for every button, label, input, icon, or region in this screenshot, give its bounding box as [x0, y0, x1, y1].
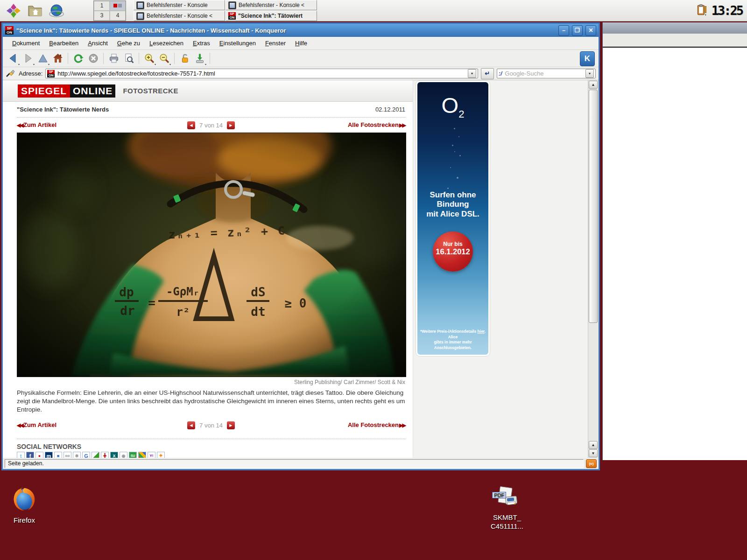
- back-button[interactable]: ▾: [6, 51, 20, 66]
- pager-desktop-2[interactable]: [110, 1, 126, 11]
- scroll-up-button-bottom[interactable]: ▲: [589, 441, 598, 449]
- spiegel-header: SPIEGEL ONLINE FOTOSTRECKE: [3, 80, 413, 102]
- zoom-out-button[interactable]: ▾: [157, 51, 171, 66]
- menu-einstellungen[interactable]: Einstellungen: [215, 38, 261, 49]
- panel-clock[interactable]: 13:25: [712, 3, 742, 18]
- web-shortcut-icon[interactable]: :/: [499, 70, 502, 77]
- search-field[interactable]: :/ ▼: [497, 69, 596, 78]
- menu-extras[interactable]: Extras: [188, 38, 215, 49]
- pager-desktop-4[interactable]: 4: [110, 11, 126, 21]
- menu-lesezeichen[interactable]: Lesezeichen: [145, 38, 188, 49]
- klipper-tray-icon[interactable]: [696, 3, 708, 18]
- close-button[interactable]: ✕: [585, 25, 596, 36]
- menu-bearbeiten[interactable]: Bearbeiten: [44, 38, 83, 49]
- window-spon-icon[interactable]: SPON: [5, 26, 14, 35]
- scrollbar-thumb[interactable]: [589, 90, 598, 323]
- desktop-icon-firefox[interactable]: Firefox: [2, 484, 47, 525]
- social-networks-heading: SOCIAL NETWORKS: [17, 443, 81, 450]
- spiegel-logo[interactable]: SPIEGEL: [18, 84, 70, 98]
- webnews-icon[interactable]: [35, 452, 43, 458]
- reload-button[interactable]: [71, 51, 85, 66]
- address-field[interactable]: SPON ▼: [45, 69, 478, 78]
- background-window[interactable]: [602, 22, 747, 460]
- ad-hier-link[interactable]: hier: [478, 329, 485, 334]
- window-titlebar[interactable]: SPON "Science Ink": Tätowierte Nerds - S…: [3, 24, 599, 37]
- prev-photo-button-bottom[interactable]: ◀: [187, 421, 195, 429]
- menu-dokument[interactable]: Dokument: [7, 38, 44, 49]
- yahoo-icon[interactable]: [148, 452, 155, 458]
- pager-window-icon: [118, 4, 122, 7]
- search-dropdown-button[interactable]: ▼: [585, 69, 594, 78]
- scroll-down-button[interactable]: ▼: [589, 449, 598, 457]
- desktop-icon-pdf[interactable]: PDF SKMBT_ C451111...: [485, 485, 529, 531]
- google-bookmarks-icon[interactable]: [82, 452, 90, 458]
- background-window-toolbar: [603, 34, 747, 48]
- twitter-icon[interactable]: [17, 452, 25, 458]
- zoom-in-button[interactable]: ▾: [142, 51, 156, 66]
- next-photo-button-bottom[interactable]: ▶: [227, 421, 235, 429]
- pager-desktop-3[interactable]: 3: [94, 11, 110, 21]
- pager-window-spon-icon: [113, 4, 117, 7]
- menu-ansicht[interactable]: Ansicht: [83, 38, 113, 49]
- maximize-button[interactable]: ❐: [572, 25, 583, 36]
- toolbar: ▾ ▾ ▾ ▾ ▾ ▾ K: [3, 50, 599, 67]
- location-bar: Adresse: SPON ▼ ↵ :/ ▼: [3, 67, 599, 80]
- background-window-titlebar: [603, 22, 747, 34]
- oneview-icon[interactable]: [120, 452, 127, 458]
- home-folder-button[interactable]: [26, 1, 44, 20]
- technorati-icon[interactable]: [73, 452, 81, 458]
- pager-desktop-1[interactable]: 1: [94, 1, 110, 11]
- feed-icon[interactable]: (o): [586, 459, 597, 468]
- task-konqueror-spiegel[interactable]: SPON "Science Ink": Tätowiert: [226, 11, 317, 21]
- menu-fenster[interactable]: Fenster: [261, 38, 290, 49]
- go-button[interactable]: ↵: [481, 68, 494, 79]
- minimize-button[interactable]: –: [558, 25, 569, 36]
- online-logo[interactable]: ONLINE: [70, 84, 115, 98]
- o2-ad-banner[interactable]: O2 Surfen ohne Bindung mit Alice DSL.: [416, 80, 490, 357]
- stumbleupon-icon[interactable]: [129, 452, 137, 458]
- task-konsole-2[interactable]: Befehlsfenster - Konsole <: [226, 0, 317, 10]
- forward-icon: [22, 53, 34, 64]
- kde-menu-button[interactable]: [5, 1, 22, 20]
- security-lock-button[interactable]: [177, 51, 192, 66]
- myspace-icon[interactable]: [45, 452, 53, 458]
- photo-caption: Physikalische Formeln: Eine Lehrerin, di…: [17, 389, 406, 413]
- spon-icon: SPON: [228, 12, 236, 20]
- web-browser-button[interactable]: [48, 1, 65, 20]
- konsole-icon: [228, 1, 236, 9]
- vertical-scrollbar[interactable]: ▲ ▲ ▼: [588, 80, 599, 458]
- task-konsole-3[interactable]: Befehlsfenster - Konsole <: [134, 11, 225, 21]
- prev-photo-button[interactable]: ◀: [187, 121, 195, 129]
- kde-desktop: { "panel": { "pager": {"d1": "1", "d3": …: [0, 0, 747, 560]
- search-input[interactable]: [504, 70, 584, 77]
- facebook-icon[interactable]: [26, 452, 34, 458]
- stop-button[interactable]: [86, 51, 100, 66]
- gallery-photo[interactable]: zₙ₊₁ = zₙ² + C dp dr = -GρMᵣ r² dS dt ≥ …: [17, 133, 406, 377]
- address-dropdown-button[interactable]: ▼: [468, 69, 476, 78]
- folkd-icon[interactable]: [92, 452, 99, 458]
- print-preview-button[interactable]: [121, 51, 136, 66]
- forward-button[interactable]: ▾: [21, 51, 35, 66]
- msn-icon[interactable]: [138, 452, 146, 458]
- konqueror-window: SPON "Science Ink": Tätowierte Nerds - S…: [1, 22, 600, 470]
- menu-hilfe[interactable]: Hilfe: [290, 38, 312, 49]
- home-button[interactable]: [50, 51, 65, 66]
- next-photo-button[interactable]: ▶: [227, 121, 235, 129]
- furl-icon[interactable]: [157, 452, 165, 458]
- all-galleries-link[interactable]: Alle Fotostrecken ▶▶: [348, 121, 405, 128]
- all-galleries-link-bottom[interactable]: Alle Fotostrecken ▶▶: [348, 421, 405, 428]
- xing-icon[interactable]: [110, 452, 118, 458]
- address-input[interactable]: [56, 70, 466, 77]
- clear-address-icon[interactable]: [6, 68, 16, 79]
- mister-wong-icon[interactable]: [101, 452, 109, 458]
- delicious-icon[interactable]: [54, 452, 62, 458]
- desktop-icon-label: SKMBT_: [485, 513, 529, 522]
- save-button[interactable]: ▾: [192, 51, 207, 66]
- up-button[interactable]: ▾: [35, 51, 50, 66]
- studivz-icon[interactable]: [63, 452, 71, 458]
- print-button[interactable]: [106, 51, 121, 66]
- menu-gehe-zu[interactable]: Gehe zu: [113, 38, 145, 49]
- task-konsole-1[interactable]: Befehlsfenster - Konsole: [134, 0, 225, 10]
- ad-date-badge: Nur bis 16.1.2012: [433, 231, 473, 272]
- scroll-up-button[interactable]: ▲: [589, 81, 598, 89]
